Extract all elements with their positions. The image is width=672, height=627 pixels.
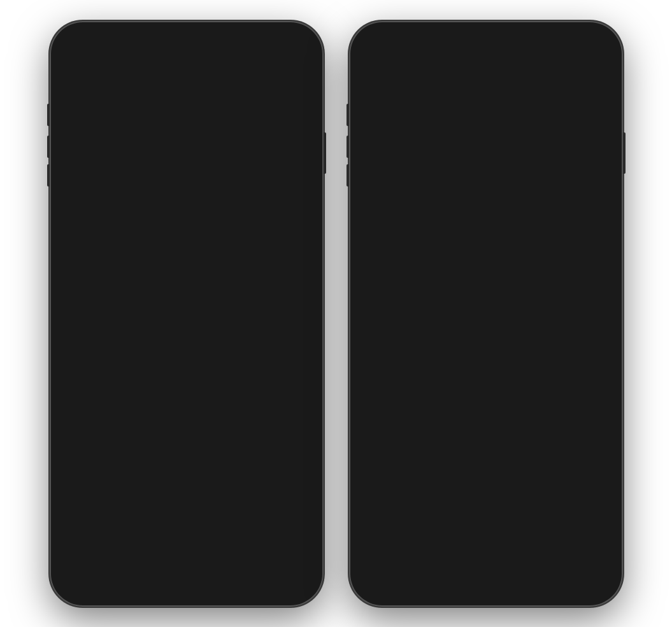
knowledge-item-fuchsia[interactable]: Fuchsia Fuchsia is a genus of flowering … [367,335,605,410]
similar-image-2[interactable] [427,516,485,574]
specs-row: 12 MP • 3024 × 4032 • 3.5 MB VIBRANT [78,464,296,481]
home-indicator-left [145,591,228,594]
knowledge-card: Fuchsia Fuchsia is a genus of flowering … [367,335,605,484]
format-badges: JPEG ◎ [251,430,295,443]
notch-left [148,29,225,46]
device-name: Apple iPhone 13 Pro [78,431,166,442]
left-screen: Add a Caption Look Up – Plant › Monday •… [57,29,316,599]
shutter-value: 1/181 s [268,486,296,495]
siri-dot [484,176,487,179]
share-icon [90,560,107,577]
camera-row: Wide Camera — 26 mm ƒ1.5 [78,447,296,464]
sim-img-bg-2 [427,516,485,574]
vibrant-badge: VIBRANT [252,467,295,479]
device-section: Apple iPhone 13 Pro JPEG ◎ Wide Camera —… [65,420,308,505]
caption-placeholder[interactable]: Add a Caption [70,311,139,323]
focal-value: 26 mm [130,486,155,495]
drag-handle[interactable] [475,276,497,278]
adjust-button[interactable]: Adjust [276,382,303,393]
hardy-thumb-image [375,428,410,464]
siri-leaf-icon: 🍃 [475,139,497,160]
fuchsia-desc: Fuchsia is a genus of flowering plants t… [418,356,587,391]
exif-separator-1 [117,486,117,495]
map-road-h [65,523,308,525]
info-icon [207,560,224,577]
date-text: Monday • May 30, 2022 • 9:23 AM [70,382,214,393]
fuchsia-source: Wikipedia [418,392,587,401]
fuchsia-chevron-icon: › [594,366,597,377]
hardy-thumbnail [375,428,410,464]
info-section: Monday • May 30, 2022 • 9:23 AM Adjust ☁… [57,373,316,415]
leaf-icon [75,343,87,356]
close-icon: × [593,288,598,299]
home-indicator-right [445,591,527,594]
flower-background-left [57,29,316,302]
lookup-row[interactable]: Look Up – Plant › [57,330,316,368]
date-row: Monday • May 30, 2022 • 9:23 AM Adjust [70,382,303,393]
share-button[interactable] [85,554,113,582]
similar-section: Similar Web Images [357,489,615,579]
results-title: Results [367,286,408,300]
delete-button[interactable] [260,554,288,582]
photo-left[interactable] [57,29,316,302]
device-row: Apple iPhone 13 Pro JPEG ◎ [78,426,296,447]
hardy-chevron-icon: › [594,440,597,452]
exif-separator-2 [169,486,169,495]
notch-right [448,29,524,46]
similar-images-grid [367,516,605,574]
visual-lookup-icon [70,339,92,360]
favorite-button[interactable] [143,554,171,582]
heart-icon [149,560,166,577]
fuchsia-content: Fuchsia Fuchsia is a genus of flowering … [418,342,587,402]
similar-image-4[interactable] [547,516,605,574]
location-icon: ◎ [283,430,296,443]
results-header: Results × [357,285,615,310]
hardy-title: Hardy fuchsia [418,417,587,428]
filename-row: ☁ IMG_4241 [70,395,303,406]
aperture-value: ƒ1.5 [225,486,241,495]
format-badge: JPEG [251,431,278,442]
similar-image-3[interactable] [487,516,545,574]
exif-row: ISO 50 26 mm 0 ev ƒ1.5 1/181 s [78,481,296,499]
cloud-icon: ☁ [70,395,79,405]
exif-separator-3 [211,486,212,495]
close-button[interactable]: × [587,285,605,302]
info-badge: i [223,552,232,561]
sim-img-bg-1 [367,516,425,574]
knowledge-item-hardy[interactable]: Hardy fuchsia Fuchsia magellanica, commo… [367,409,605,484]
camera-text: Wide Camera — 26 mm ƒ1.5 [78,451,193,461]
iso-value: ISO 50 [78,486,103,495]
right-screen: 🍃 Results × Siri Knowledge Show More [357,29,615,599]
similar-title: Similar Web Images [367,495,605,510]
fuchsia-thumb-image [375,354,410,390]
caption-area[interactable]: Add a Caption [57,302,316,330]
ev-value: 0 ev [182,486,198,495]
sim-img-bg-3 [487,516,545,574]
photo-indicator-left [185,291,189,295]
show-more-button[interactable]: Show More [557,317,605,328]
trash-icon [266,561,282,576]
hardy-desc: Fuchsia magellanica, commonly known as t… [418,430,587,465]
specs-text: 12 MP • 3024 × 4032 • 3.5 MB [78,468,197,478]
left-phone: Add a Caption Look Up – Plant › Monday •… [50,21,324,607]
siri-knowledge-header: Siri Knowledge Show More [357,310,615,335]
fuchsia-thumbnail [375,354,410,390]
sim-img-bg-4 [547,516,605,574]
results-panel: Results × Siri Knowledge Show More F [357,271,615,579]
chevron-right-icon: › [299,344,303,355]
lookup-label: Look Up – Plant [99,344,175,355]
fuchsia-title: Fuchsia [418,342,587,354]
photo-right[interactable]: 🍃 [357,29,615,271]
hardy-source: Wikipedia [418,467,587,476]
filename-text: IMG_4241 [83,395,127,406]
siri-lookup-button[interactable]: 🍃 [467,130,505,169]
hardy-content: Hardy fuchsia Fuchsia magellanica, commo… [418,417,587,476]
siri-knowledge-title: Siri Knowledge [367,315,459,330]
photo-indicator-right [484,259,488,263]
similar-image-1[interactable] [367,516,425,574]
info-button[interactable]: i [201,554,229,582]
exif-separator-4 [254,486,255,495]
right-phone: 🍃 Results × Siri Knowledge Show More [349,21,623,607]
